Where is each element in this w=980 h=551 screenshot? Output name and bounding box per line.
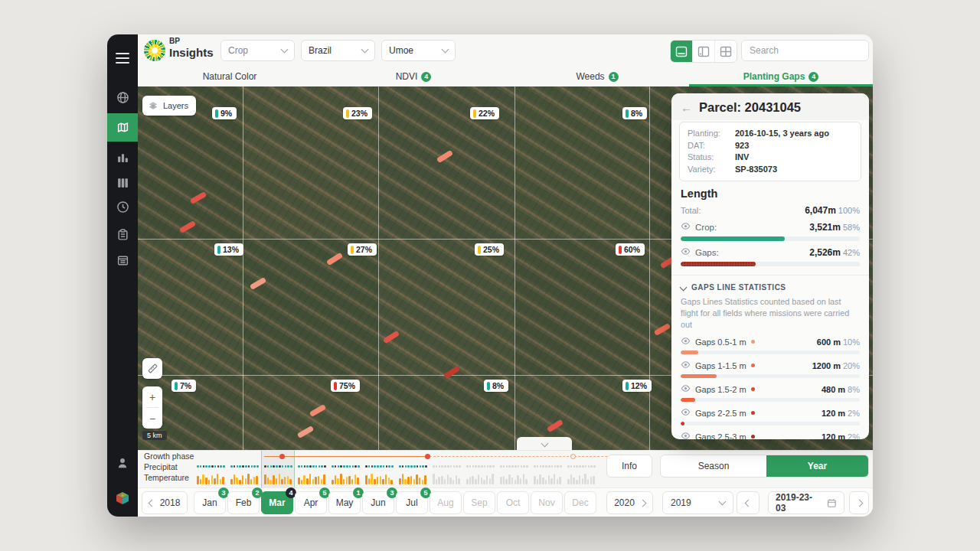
eye-icon[interactable] [681, 336, 691, 347]
parcel-gap-badge[interactable]: 75% [331, 380, 360, 392]
tab-weeds[interactable]: Weeds1 [505, 67, 689, 86]
badge-value: 7% [180, 381, 191, 390]
badge-value: 8% [631, 109, 642, 118]
parcel-cell[interactable] [243, 239, 378, 375]
gap-stat-track [681, 398, 860, 402]
month-button-mar[interactable]: Mar4 [261, 491, 293, 514]
month-button-jul[interactable]: Jul5 [396, 491, 428, 514]
parcel-cell[interactable] [378, 239, 514, 375]
sidebar-item-account[interactable] [107, 449, 138, 477]
parcel-gap-badge[interactable]: 9% [212, 107, 237, 119]
split-map-view-button[interactable] [693, 41, 715, 62]
eye-icon[interactable] [681, 221, 691, 233]
sidebar-item-history[interactable] [107, 193, 138, 220]
timeline-month-column[interactable] [194, 451, 227, 488]
month-button-sep[interactable]: Sep [463, 491, 495, 514]
temperature-bar [469, 477, 472, 484]
sidebar-item-globe[interactable] [107, 83, 138, 111]
eye-icon[interactable] [681, 431, 691, 439]
next-date-button[interactable] [849, 491, 869, 514]
eye-icon[interactable] [681, 246, 691, 258]
parcel-gap-badge[interactable]: 12% [622, 380, 652, 392]
info-value: 2016-10-15, 3 years ago [735, 128, 829, 140]
tab-natural-color[interactable]: Natural Color [138, 67, 322, 86]
timeline-month-column[interactable] [227, 451, 261, 488]
month-button-may[interactable]: May1 [328, 491, 361, 514]
parcel-gap-badge[interactable]: 8% [484, 380, 508, 392]
badge-value: 8% [492, 381, 504, 390]
next-year-button[interactable]: 2020 [606, 491, 653, 514]
sidebar-item-fields-map[interactable] [107, 113, 138, 142]
month-button-apr[interactable]: Apr5 [295, 491, 327, 514]
month-button-aug[interactable]: Aug [430, 491, 462, 514]
menu-button[interactable] [107, 44, 138, 72]
filter-crop[interactable]: Crop [220, 40, 295, 61]
tab-ndvi[interactable]: NDVI4 [322, 67, 505, 86]
eye-icon[interactable] [681, 383, 691, 395]
timeline-strip: Growth phase Precipitat Temperature Info… [138, 450, 873, 487]
layers-button[interactable]: Layers [142, 96, 196, 116]
sidebar-item-table[interactable] [107, 246, 138, 274]
month-button-oct[interactable]: Oct [497, 491, 529, 514]
precipitation-dot [570, 465, 573, 468]
temperature-bar [559, 477, 561, 484]
parcel-cell[interactable] [138, 239, 243, 375]
precipitation-dot [500, 465, 502, 468]
parcel-gap-badge[interactable]: 8% [622, 107, 647, 119]
parcel-gap-badge[interactable]: 27% [348, 243, 377, 256]
parcel-gap-badge[interactable]: 7% [172, 380, 196, 392]
precipitation-dot [453, 465, 456, 468]
previous-date-button[interactable] [737, 491, 760, 514]
parcel-cell[interactable] [514, 239, 649, 375]
tab-planting-gaps[interactable]: Planting Gaps4 [689, 67, 873, 86]
temperature-bar [404, 479, 407, 484]
next-year-label: 2020 [614, 497, 635, 508]
sidebar-item-columns[interactable] [107, 168, 138, 196]
search-input[interactable] [748, 44, 870, 57]
season-toggle-button[interactable]: Season [661, 455, 766, 477]
parcel-gap-badge[interactable]: 60% [616, 243, 645, 256]
precipitation-dot [358, 465, 360, 468]
single-map-view-button[interactable] [671, 41, 693, 62]
length-row-gaps: Gaps:2,526m42% [681, 246, 860, 266]
filter-farm[interactable]: Umoe [381, 40, 456, 61]
precipitation-dot [416, 465, 419, 468]
columns-icon [116, 176, 129, 189]
sidebar-item-product-logo[interactable] [107, 484, 138, 512]
layers-label: Layers [163, 101, 188, 110]
zoom-in-button[interactable]: + [142, 386, 162, 407]
month-button-nov[interactable]: Nov [531, 491, 563, 514]
eye-icon[interactable] [681, 360, 691, 371]
temperature-bar [222, 477, 224, 484]
parcel-gap-badge[interactable]: 22% [470, 107, 499, 119]
year-toggle-button[interactable]: Year [766, 455, 868, 477]
month-button-jan[interactable]: Jan3 [194, 491, 226, 514]
info-button[interactable]: Info [606, 455, 652, 478]
precipitation-dot [481, 465, 483, 468]
date-picker[interactable]: 2019-23-03 [768, 491, 844, 514]
parcel-gap-badge[interactable]: 13% [214, 243, 243, 256]
year-select[interactable]: 2019 [662, 491, 733, 514]
temperature-bar [214, 478, 216, 484]
timeline-collapse-button[interactable] [517, 437, 572, 450]
previous-year-button[interactable]: 2018 [142, 491, 188, 514]
temperature-bar [419, 478, 421, 484]
zoom-out-button[interactable]: − [142, 408, 162, 429]
eye-icon[interactable] [681, 407, 691, 419]
measure-button[interactable] [142, 358, 162, 379]
tab-badge: 1 [609, 72, 619, 82]
gap-stat-track [681, 374, 860, 378]
filter-country[interactable]: Brazil [301, 40, 375, 61]
month-button-feb[interactable]: Feb2 [227, 491, 260, 514]
month-button-dec[interactable]: Dec [564, 491, 596, 514]
parcel-gap-badge[interactable]: 23% [343, 107, 372, 119]
sidebar-item-analytics[interactable] [107, 143, 138, 171]
back-arrow-icon[interactable]: ← [681, 102, 692, 113]
sidebar-item-reports[interactable] [107, 220, 138, 248]
month-button-jun[interactable]: Jun3 [362, 491, 394, 514]
grid-map-view-button[interactable] [715, 41, 737, 62]
gaps-stats-header[interactable]: GAPS LINE STATISTICS [681, 283, 860, 292]
chevron-down-icon [361, 46, 369, 54]
temperature-bar [505, 479, 508, 484]
parcel-gap-badge[interactable]: 25% [475, 243, 504, 256]
